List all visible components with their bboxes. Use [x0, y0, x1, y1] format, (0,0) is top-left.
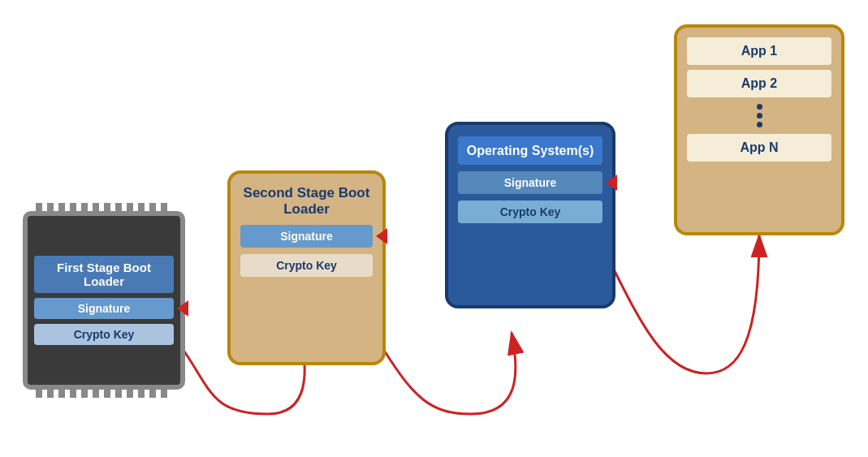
- os-block: Operating System(s) Signature Crypto Key: [445, 122, 615, 308]
- ssbl-signature: Signature: [240, 225, 373, 248]
- chip-block: First Stage Boot Loader Signature Crypto…: [23, 211, 185, 390]
- chip-title: First Stage Boot Loader: [34, 256, 174, 293]
- dot1: [757, 104, 762, 110]
- ssbl-title: Second Stage Boot Loader: [240, 185, 373, 218]
- appN-item: App N: [687, 134, 831, 162]
- chip-crypto-key: Crypto Key: [34, 324, 174, 345]
- app1-item: App 1: [687, 37, 831, 65]
- chip-signature-arrow: [177, 300, 188, 317]
- app-dots: [687, 102, 831, 129]
- dot2: [757, 113, 762, 119]
- chip-signature: Signature: [34, 298, 174, 319]
- os-crypto-key: Crypto Key: [458, 200, 602, 223]
- app2-item: App 2: [687, 70, 831, 97]
- apps-block: App 1 App 2 App N: [674, 24, 844, 235]
- ssbl-signature-arrow: [376, 228, 387, 244]
- dot3: [757, 122, 762, 127]
- os-title: Operating System(s): [458, 136, 602, 165]
- os-signature: Signature: [458, 171, 602, 194]
- ssbl-crypto-key: Crypto Key: [240, 254, 373, 277]
- os-signature-arrow: [606, 175, 617, 191]
- diagram-container: First Stage Boot Loader Signature Crypto…: [0, 0, 868, 457]
- ssbl-block: Second Stage Boot Loader Signature Crypt…: [227, 170, 386, 365]
